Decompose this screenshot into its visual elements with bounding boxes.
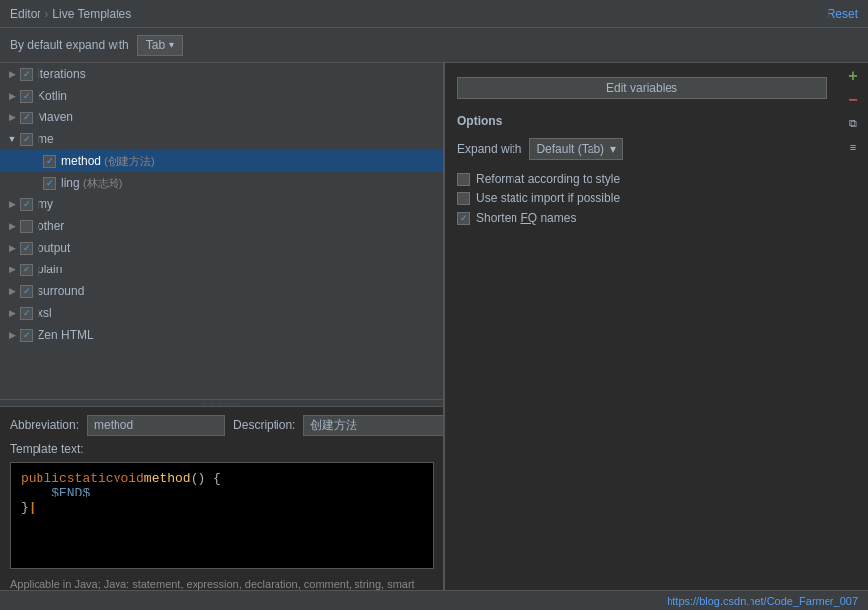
divider-handle[interactable]: · · · · ·: [0, 399, 443, 407]
checkbox-ling[interactable]: ✓: [43, 177, 56, 190]
code-editor[interactable]: public static void method () { $END$ } |: [10, 462, 434, 569]
right-panel: + − ⧉ ≡ Edit variables Options Expand wi…: [444, 63, 868, 610]
expand-arrow-zen-html: ▶: [4, 327, 20, 343]
tree-label-plain: plain: [38, 263, 62, 276]
expand-arrow-other: ▶: [4, 218, 20, 234]
checkbox-me[interactable]: ✓: [20, 133, 33, 146]
tree-item-maven[interactable]: ▶ ✓ Maven: [0, 107, 443, 128]
checkbox-static-import[interactable]: [457, 192, 470, 205]
copy-template-button[interactable]: ⧉: [842, 113, 864, 134]
header: Editor › Live Templates Reset: [0, 0, 868, 28]
expand-arrow-method-placeholder: [28, 153, 43, 169]
fn-method: method: [144, 471, 191, 486]
tree-label-me: me: [38, 132, 54, 146]
expand-with-options-dropdown[interactable]: Default (Tab) ▾: [529, 138, 623, 160]
tree-label-output: output: [38, 241, 70, 255]
checkbox-surround[interactable]: ✓: [20, 285, 33, 298]
checkbox-my[interactable]: ✓: [20, 198, 33, 211]
breadcrumb: Editor › Live Templates: [10, 7, 131, 21]
code-line-2: $END$: [21, 486, 423, 500]
checkbox-output[interactable]: ✓: [20, 242, 33, 255]
tree-item-method[interactable]: ✓ method (创建方法): [0, 150, 443, 172]
tree-item-zen-html[interactable]: ▶ ✓ Zen HTML: [0, 324, 443, 345]
tree-item-ling[interactable]: ✓ ling (林志玲): [0, 172, 443, 193]
tree-label-xsl: xsl: [38, 306, 52, 320]
main-content: ▶ ✓ iterations ▶ ✓ Kotlin ▶ ✓ Maven ▼ ✓ …: [0, 63, 868, 610]
expand-arrow-iterations: ▶: [4, 66, 20, 82]
expand-with-options-row: Expand with Default (Tab) ▾: [457, 138, 827, 160]
template-label-row: Template text:: [10, 442, 434, 456]
checkbox-reformat[interactable]: [457, 173, 470, 186]
code-indent: [21, 486, 51, 500]
breadcrumb-separator: ›: [44, 7, 48, 21]
options-section: Options Expand with Default (Tab) ▾ Refo…: [457, 114, 827, 225]
tree-item-kotlin[interactable]: ▶ ✓ Kotlin: [0, 85, 443, 107]
expand-arrow-me: ▼: [4, 131, 20, 147]
option-shorten-names-label: Shorten FQ names: [476, 211, 576, 225]
checkbox-shorten-names[interactable]: ✓: [457, 212, 470, 225]
code-line-1: public static void method () {: [21, 471, 423, 486]
tree-item-iterations[interactable]: ▶ ✓ iterations: [0, 63, 443, 85]
move-template-button[interactable]: ≡: [842, 136, 864, 158]
expand-with-chevron-icon: ▾: [610, 142, 616, 156]
add-template-button[interactable]: +: [842, 65, 864, 87]
edit-variables-button[interactable]: Edit variables: [457, 77, 827, 99]
tree-label-kotlin: Kotlin: [38, 89, 67, 103]
expand-arrow-ling-placeholder: [28, 175, 43, 191]
left-panel: ▶ ✓ iterations ▶ ✓ Kotlin ▶ ✓ Maven ▼ ✓ …: [0, 63, 444, 610]
checkbox-zen-html[interactable]: ✓: [20, 329, 33, 342]
status-bar: https://blog.csdn.net/Code_Farmer_007: [0, 590, 868, 610]
expand-arrow-plain: ▶: [4, 262, 20, 277]
reset-link[interactable]: Reset: [828, 7, 858, 21]
right-content: Edit variables Options Expand with Defau…: [445, 69, 868, 239]
checkbox-maven[interactable]: ✓: [20, 112, 33, 124]
expand-with-label: By default expand with: [10, 38, 129, 52]
expand-with-options-label: Expand with: [457, 142, 521, 156]
expand-with-value: Tab: [146, 38, 165, 52]
expand-arrow-kotlin: ▶: [4, 88, 20, 104]
tree-item-output[interactable]: ▶ ✓ output: [0, 237, 443, 259]
tree-area: ▶ ✓ iterations ▶ ✓ Kotlin ▶ ✓ Maven ▼ ✓ …: [0, 63, 443, 399]
kw-public: public: [21, 471, 67, 486]
tree-item-surround[interactable]: ▶ ✓ surround: [0, 280, 443, 302]
abbreviation-row: Abbreviation: Description:: [10, 415, 434, 436]
kw-static: static: [67, 471, 114, 486]
checkbox-kotlin[interactable]: ✓: [20, 90, 33, 103]
tree-item-my[interactable]: ▶ ✓ my: [0, 193, 443, 215]
expand-arrow-output: ▶: [4, 240, 20, 256]
chevron-down-icon: ▾: [169, 39, 174, 50]
code-cursor: |: [29, 500, 37, 515]
tree-label-other: other: [38, 219, 64, 233]
expand-with-options-value: Default (Tab): [536, 142, 604, 156]
kw-void: void: [114, 471, 144, 486]
expand-arrow-maven: ▶: [4, 110, 20, 125]
checkbox-iterations[interactable]: ✓: [20, 68, 33, 81]
tree-item-me[interactable]: ▼ ✓ me: [0, 128, 443, 150]
status-url: https://blog.csdn.net/Code_Farmer_007: [667, 595, 858, 607]
checkbox-other[interactable]: [20, 220, 33, 233]
code-end-var: $END$: [51, 486, 90, 500]
tree-item-xsl[interactable]: ▶ ✓ xsl: [0, 302, 443, 324]
tree-label-method: method (创建方法): [61, 154, 155, 169]
toolbar: By default expand with Tab ▾: [0, 28, 868, 63]
checkbox-method[interactable]: ✓: [43, 155, 56, 168]
expand-arrow-surround: ▶: [4, 283, 20, 299]
option-static-import-row: Use static import if possible: [457, 191, 827, 205]
checkbox-xsl[interactable]: ✓: [20, 307, 33, 320]
option-shorten-names-row: ✓ Shorten FQ names: [457, 211, 827, 225]
option-reformat-row: Reformat according to style: [457, 172, 827, 186]
right-actions: + − ⧉ ≡: [838, 63, 868, 160]
remove-template-button[interactable]: −: [842, 89, 864, 111]
left-bottom: Abbreviation: Description: Template text…: [0, 407, 443, 610]
checkbox-plain[interactable]: ✓: [20, 264, 33, 276]
tree-label-zen-html: Zen HTML: [38, 328, 94, 342]
tree-item-plain[interactable]: ▶ ✓ plain: [0, 259, 443, 280]
abbreviation-label: Abbreviation:: [10, 419, 79, 432]
tree-item-other[interactable]: ▶ other: [0, 215, 443, 237]
tree-label-my: my: [38, 197, 53, 211]
expand-with-dropdown[interactable]: Tab ▾: [137, 35, 183, 56]
abbreviation-input[interactable]: [87, 415, 225, 436]
expand-arrow-my: ▶: [4, 196, 20, 212]
description-input[interactable]: [303, 415, 444, 436]
option-static-import-label: Use static import if possible: [476, 191, 620, 205]
